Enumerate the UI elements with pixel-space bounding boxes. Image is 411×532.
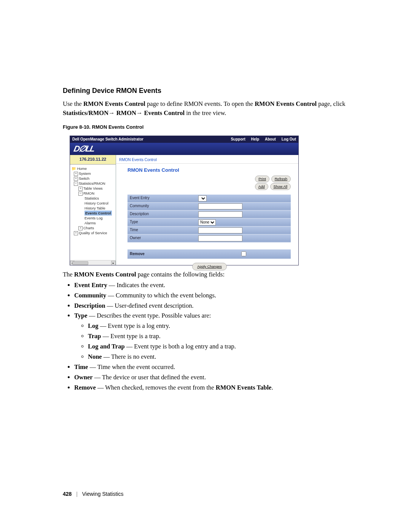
arrow-icon: →	[136, 109, 144, 117]
field-name: None	[88, 353, 102, 360]
scroll-thumb[interactable]	[72, 261, 88, 265]
list-item: Log — Event type is a log entry.	[88, 321, 350, 331]
field-desc: — User-defined event description.	[105, 302, 194, 309]
field-name: Owner	[74, 374, 93, 381]
add-button[interactable]: Add	[255, 183, 268, 190]
list-item: Owner — The device or user that defined …	[74, 373, 350, 382]
time-input[interactable]	[198, 227, 242, 233]
nav-logout[interactable]: Log Out	[282, 137, 296, 141]
owner-input[interactable]	[198, 235, 242, 241]
table-row: Time	[127, 226, 291, 234]
field-name: Log	[88, 322, 99, 329]
intro-bold-1: RMON Events Control	[83, 100, 145, 107]
expand-icon[interactable]: +	[78, 187, 83, 191]
field-name: Event Entry	[74, 281, 107, 289]
list-item: None — There is no event.	[88, 352, 350, 361]
list-item: Event Entry — Indicates the event.	[74, 281, 350, 290]
intro-text: in the tree view.	[185, 109, 226, 117]
nav-tree[interactable]: 📁 Home +System +Switch −Statistics/RMON …	[70, 165, 116, 235]
section-title: Defining Device RMON Events	[63, 86, 350, 96]
tree-rmon[interactable]: RMON	[83, 191, 94, 195]
text-bold: RMON Events Control	[74, 271, 136, 278]
field-desc: — Time when the event occurred.	[88, 363, 175, 371]
list-item: Community — Community to which the event…	[74, 291, 350, 300]
nav-about[interactable]: About	[265, 137, 276, 141]
field-desc: — Event type is a log entry.	[99, 322, 170, 329]
after-figure-text: The RMON Events Control page contains th…	[63, 270, 350, 279]
list-item: Type — Describes the event type. Possibl…	[74, 311, 350, 361]
table-row: Community	[127, 202, 291, 210]
field-desc: — Event type is a trap.	[101, 332, 161, 340]
tree-alarms[interactable]: Alarms	[84, 221, 96, 225]
intro-bold-5: Events Control	[144, 109, 185, 117]
page-number: 428	[63, 491, 72, 497]
list-item: Log and Trap — Event type is both a log …	[88, 342, 350, 351]
field-name: Type	[74, 312, 88, 319]
scroll-right-icon[interactable]: ▸	[111, 261, 116, 265]
sidebar: 176.210.11.22 📁 Home +System +Switch −St…	[70, 155, 116, 265]
apply-changes-button[interactable]: Apply Changes	[192, 263, 226, 270]
footer-section: Viewing Statistics	[82, 491, 124, 497]
field-desc: — When checked, removes the event from t…	[96, 384, 216, 391]
event-entry-select[interactable]	[198, 195, 207, 201]
tree-events-log[interactable]: Events Log	[84, 216, 103, 220]
nav-support[interactable]: Support	[231, 137, 245, 141]
field-name: RMON Events Table	[216, 384, 272, 391]
intro-text: page, click	[317, 100, 346, 107]
tree-history-control[interactable]: History Control	[84, 201, 108, 205]
expand-icon[interactable]: +	[74, 177, 78, 181]
table-row: Owner	[127, 234, 291, 242]
table-row: Event Entry	[127, 195, 291, 203]
label-time: Time	[127, 226, 196, 234]
footer-divider: |	[76, 491, 78, 497]
page-title: RMON Events Control	[127, 167, 291, 174]
showall-button[interactable]: Show All	[270, 183, 291, 190]
sidebar-scrollbar[interactable]: ◂ ▸	[70, 260, 116, 265]
collapse-icon[interactable]: −	[74, 182, 78, 186]
refresh-button[interactable]: Refresh	[271, 176, 291, 182]
field-name: Log and Trap	[88, 343, 125, 350]
tree-tableviews[interactable]: Table Views	[83, 186, 103, 190]
field-desc: .	[271, 384, 273, 391]
tree-statistics[interactable]: Statistics	[84, 196, 99, 200]
arrow-icon: →	[108, 109, 116, 117]
tree-qos[interactable]: Quality of Service	[79, 231, 107, 235]
label-community: Community	[127, 202, 196, 210]
intro-bold-3: Statistics/RMON	[63, 109, 108, 117]
intro-paragraph: Use the RMON Events Control page to defi…	[63, 99, 350, 118]
figure-caption: Figure 8-10. RMON Events Control	[63, 124, 350, 131]
type-select[interactable]: None	[198, 219, 216, 225]
tree-charts[interactable]: Charts	[83, 226, 94, 230]
label-type: Type	[127, 218, 196, 226]
app-title: Dell OpenManage Switch Administrator	[72, 137, 143, 142]
field-desc: — Indicates the event.	[107, 281, 166, 289]
field-name: Description	[74, 302, 105, 309]
tree-system[interactable]: System	[79, 171, 91, 176]
screenshot: Dell OpenManage Switch Administrator Sup…	[70, 136, 299, 265]
print-button[interactable]: Print	[255, 176, 269, 182]
nav-help[interactable]: Help	[251, 137, 260, 141]
tree-home[interactable]: Home	[77, 166, 87, 171]
tree-events-control[interactable]: Events Control	[84, 211, 112, 216]
field-desc: — The device or user that defined the ev…	[93, 374, 206, 381]
tree-stats[interactable]: Statistics/RMON	[79, 181, 105, 185]
dell-logo: D∅LL	[73, 143, 96, 155]
text: page contains the following fields:	[136, 271, 225, 278]
list-item: Remove — When checked, removes the event…	[74, 383, 350, 392]
collapse-icon[interactable]: −	[78, 192, 83, 196]
table-row: Remove	[127, 249, 291, 259]
tree-history-table[interactable]: History Table	[84, 206, 105, 210]
tree-switch[interactable]: Switch	[79, 176, 89, 181]
expand-icon[interactable]: +	[74, 231, 78, 235]
intro-text: page to define RMON events. To open the	[145, 100, 255, 107]
community-input[interactable]	[198, 203, 242, 209]
intro-bold-4: RMON	[116, 109, 136, 117]
breadcrumb: RMON Events Control	[116, 155, 298, 164]
description-input[interactable]	[198, 211, 242, 217]
expand-icon[interactable]: +	[78, 226, 83, 230]
remove-checkbox[interactable]	[241, 251, 246, 256]
field-desc: — Community to which the event belongs.	[106, 292, 216, 299]
expand-icon[interactable]: +	[74, 172, 78, 176]
form-table: Event Entry Community Description TypeNo…	[127, 195, 291, 259]
intro-bold-2: RMON Events Control	[255, 100, 317, 107]
